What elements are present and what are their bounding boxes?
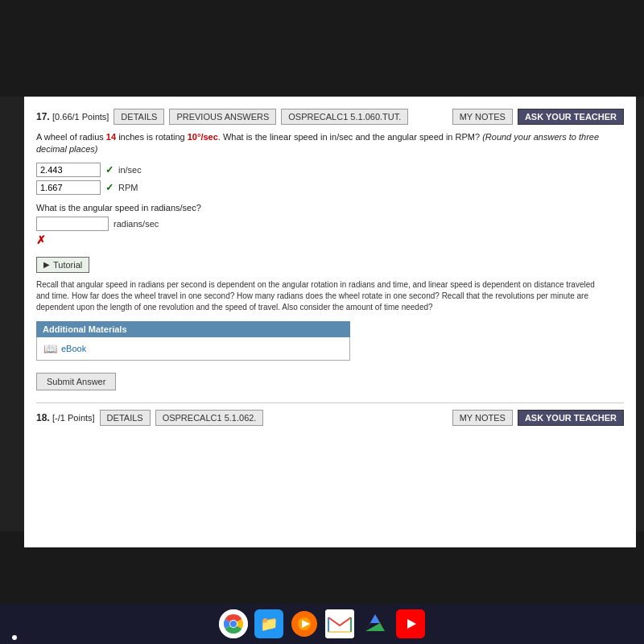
taskbar: 📁 bbox=[0, 604, 644, 644]
highlight-radius: 14 bbox=[106, 132, 116, 142]
answer-row-1: ✓ in/sec bbox=[36, 163, 624, 177]
tutorial-label: Tutorial bbox=[53, 260, 82, 270]
top-bezel bbox=[0, 0, 644, 97]
highlight-speed: 10°/sec bbox=[188, 132, 218, 142]
monitor-screen: 17. [0.66/1 Points] DETAILS PREVIOUS ANS… bbox=[24, 97, 636, 547]
angular-label: What is the angular speed in radians/sec… bbox=[36, 203, 624, 213]
ask-teacher-button-18[interactable]: ASK YOUR TEACHER bbox=[518, 410, 624, 426]
unit-label-insec: in/sec bbox=[118, 165, 142, 175]
answer-input-2[interactable] bbox=[36, 180, 101, 195]
question-18-header: 18. [-/1 Points] DETAILS OSPRECALC1 5.1.… bbox=[36, 402, 624, 426]
my-notes-button-17[interactable]: MY NOTES bbox=[452, 109, 513, 125]
gmail-icon[interactable] bbox=[325, 609, 354, 638]
youtube-icon[interactable] bbox=[396, 609, 425, 638]
ebook-label: eBook bbox=[61, 344, 86, 353]
hint-text: Recall that angular speed in radians per… bbox=[36, 279, 600, 313]
ebook-icon: 📖 bbox=[43, 342, 57, 355]
content-area: 17. [0.66/1 Points] DETAILS PREVIOUS ANS… bbox=[24, 97, 636, 547]
ospre-button-17[interactable]: OSPRECALC1 5.1.060.TUT. bbox=[281, 109, 408, 125]
play-icon[interactable] bbox=[290, 609, 319, 638]
x-mark-container: ✗ bbox=[36, 233, 624, 246]
question-17-header: 17. [0.66/1 Points] DETAILS PREVIOUS ANS… bbox=[36, 105, 624, 125]
angular-unit-label: radians/sec bbox=[114, 219, 159, 229]
ospre-button-18[interactable]: OSPRECALC1 5.1.062. bbox=[155, 410, 264, 426]
submit-button[interactable]: Submit Answer bbox=[36, 373, 116, 390]
my-notes-button-18[interactable]: MY NOTES bbox=[452, 410, 513, 426]
incorrect-icon: ✗ bbox=[36, 233, 46, 246]
details-button[interactable]: DETAILS bbox=[114, 109, 164, 125]
chrome-icon[interactable] bbox=[219, 609, 248, 638]
submit-section: Submit Answer bbox=[36, 373, 624, 390]
dot-indicator bbox=[12, 635, 17, 640]
left-bezel bbox=[0, 97, 24, 547]
additional-materials-header: Additional Materials bbox=[36, 321, 350, 337]
check-icon-1: ✓ bbox=[105, 164, 114, 175]
additional-materials-body: 📖 eBook bbox=[36, 337, 350, 361]
tutorial-button[interactable]: ▶ Tutorial bbox=[36, 257, 89, 273]
drive-icon[interactable] bbox=[361, 609, 390, 638]
details-button-18[interactable]: DETAILS bbox=[100, 410, 151, 426]
svg-point-2 bbox=[230, 621, 237, 627]
check-icon-2: ✓ bbox=[105, 182, 114, 193]
tutorial-icon: ▶ bbox=[43, 260, 50, 269]
ebook-link[interactable]: 📖 eBook bbox=[43, 342, 343, 355]
files-icon[interactable]: 📁 bbox=[254, 609, 283, 638]
unit-label-rpm: RPM bbox=[118, 183, 138, 192]
previous-answers-button[interactable]: PREVIOUS ANSWERS bbox=[169, 109, 276, 125]
question-17-text: A wheel of radius 14 inches is rotating … bbox=[36, 131, 624, 156]
question-17-number: 17. [0.66/1 Points] bbox=[36, 111, 109, 122]
angular-input-row: radians/sec bbox=[36, 217, 624, 231]
svg-marker-9 bbox=[365, 623, 385, 631]
angular-section: What is the angular speed in radians/sec… bbox=[36, 203, 624, 246]
answer-input-1[interactable] bbox=[36, 163, 101, 177]
angular-input[interactable] bbox=[36, 217, 109, 231]
additional-materials: Additional Materials 📖 eBook bbox=[36, 321, 624, 361]
ask-teacher-button-17[interactable]: ASK YOUR TEACHER bbox=[518, 109, 624, 125]
right-bezel bbox=[636, 97, 644, 547]
question-18-number: 18. [-/1 Points] bbox=[36, 412, 95, 423]
answer-row-2: ✓ RPM bbox=[36, 180, 624, 195]
